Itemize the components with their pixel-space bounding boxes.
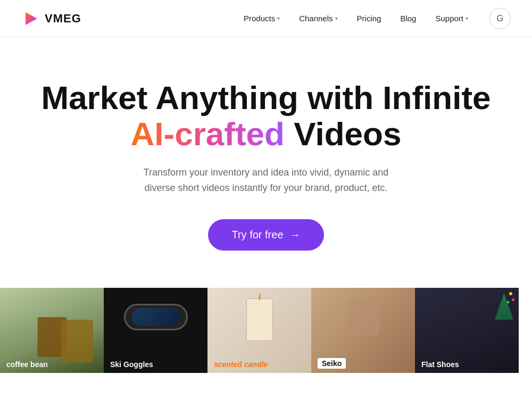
hero-title-ai: AI-crafted (131, 115, 285, 152)
hero-subtitle: Transform your inventory and idea into v… (138, 165, 394, 196)
svg-marker-0 (26, 12, 37, 25)
nav-blog-label: Blog (400, 14, 416, 23)
video-card-seiko[interactable]: Seiko (311, 288, 415, 373)
nav-cta-icon: G (497, 14, 503, 23)
video-card-shoes[interactable]: Flat Shoes (415, 288, 519, 373)
card-label-shoes: Flat Shoes (415, 356, 519, 373)
nav-channels-chevron: ▾ (335, 15, 338, 21)
video-cards-row: coffee bean Ski Goggles scented candle S… (0, 288, 532, 373)
video-card-goggles[interactable]: Ski Goggles (104, 288, 207, 373)
nav-item-blog[interactable]: Blog (400, 14, 416, 23)
hero-title-line1: Market Anything with Infinite (41, 79, 491, 116)
nav-item-support[interactable]: Support ▾ (435, 14, 468, 23)
nav-products-label: Products (244, 14, 275, 23)
nav-item-products[interactable]: Products ▾ (244, 14, 280, 23)
video-card-coffee[interactable]: coffee bean (0, 288, 104, 373)
nav-links: Products ▾ Channels ▾ Pricing Blog Suppo… (244, 14, 468, 23)
cta-arrow-icon: → (290, 229, 301, 241)
cta-button-label: Try for free (231, 229, 283, 241)
logo-text: VMEG (45, 12, 81, 26)
nav-support-label: Support (435, 14, 463, 23)
hero-section: Market Anything with Infinite AI-crafted… (0, 37, 532, 282)
card-label-coffee: coffee bean (0, 356, 104, 373)
navbar: VMEG Products ▾ Channels ▾ Pricing Blog … (0, 0, 532, 37)
nav-cta-button[interactable]: G (489, 8, 511, 29)
nav-channels-label: Channels (299, 14, 332, 23)
nav-support-chevron: ▾ (466, 15, 468, 21)
hero-title-line2: Videos (285, 115, 401, 152)
logo-area[interactable]: VMEG (21, 9, 81, 28)
hero-title: Market Anything with Infinite AI-crafted… (41, 80, 491, 152)
nav-products-chevron: ▾ (277, 15, 280, 21)
card-label-goggles: Ski Goggles (104, 356, 207, 373)
video-card-candle[interactable]: scented candle (207, 288, 311, 373)
nav-item-channels[interactable]: Channels ▾ (299, 14, 337, 23)
nav-pricing-label: Pricing (357, 14, 381, 23)
card-label-seiko: Seiko (311, 354, 415, 373)
logo-icon (21, 9, 40, 28)
try-for-free-button[interactable]: Try for free → (208, 219, 323, 251)
card-label-candle: scented candle (207, 356, 311, 373)
nav-item-pricing[interactable]: Pricing (357, 14, 381, 23)
